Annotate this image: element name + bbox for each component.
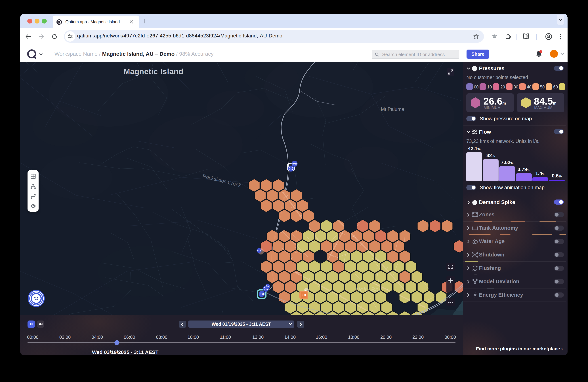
svg-text:Nelly Bay: Nelly Bay: [356, 286, 382, 293]
svg-text:Mt Paluma: Mt Paluma: [381, 107, 404, 112]
svg-text:Magnetic Island: Magnetic Island: [124, 67, 183, 76]
